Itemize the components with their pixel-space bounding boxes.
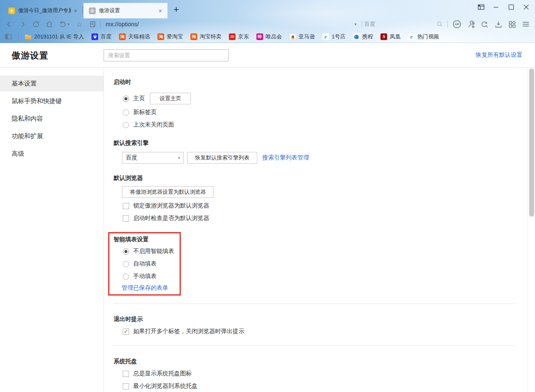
quick-access-grid-icon[interactable] (507, 19, 517, 29)
scrollbar-thumb[interactable] (529, 68, 534, 217)
sidebar-toggle-icon[interactable] (4, 32, 13, 42)
close-window-icon[interactable] (522, 3, 531, 12)
svg-text:ABP: ABP (454, 23, 459, 25)
radio-icon[interactable] (123, 122, 129, 128)
bookmark-hot-video[interactable]: e 热门视频 (408, 33, 439, 40)
page-scrollbar[interactable] (527, 68, 535, 392)
tab-maxthon-today[interactable]: 傲游今日_傲游用户专属的网 × (3, 3, 81, 18)
option-label: 主页 (133, 95, 145, 102)
tab-title: 傲游设置 (99, 7, 156, 14)
forward-icon[interactable] (18, 19, 28, 29)
set-default-browser-button[interactable]: 将傲游浏览器设置为默认浏览器 (122, 186, 214, 198)
reload-icon[interactable] (31, 19, 41, 29)
main-menu-icon[interactable] (521, 19, 531, 29)
section-title-search-engine: 默认搜索引擎 (114, 139, 528, 147)
checkbox-icon[interactable] (123, 203, 129, 209)
amazon-favicon: a (289, 33, 296, 40)
back-icon[interactable] (4, 19, 14, 29)
browser-window: 傲游今日_傲游用户专属的网 × 傲游设置 × + (0, 0, 535, 392)
quick-search-box[interactable]: ▾ 百度 (352, 19, 445, 29)
search-engine-caret-icon[interactable]: ▾ (352, 22, 359, 26)
bookmarks-bar: 20191101 从 IE 导入 百度 淘 天猫精选 淘 爱淘宝 淘 淘宝特卖 (0, 30, 535, 43)
bookmark-amazon[interactable]: a 亚马逊 (289, 33, 315, 40)
bookmark-aitaobao[interactable]: 淘 爱淘宝 (157, 33, 183, 40)
restore-engine-list-button[interactable]: 恢复默认搜索引擎列表 (187, 152, 257, 164)
radio-icon[interactable] (123, 109, 129, 116)
address-url[interactable]: mx://options/ (106, 21, 352, 28)
bookmark-baidu[interactable]: 百度 (91, 33, 112, 40)
lock-default-browser-option[interactable]: 锁定傲游浏览器为默认浏览器 (114, 200, 528, 212)
selected-engine: 百度 (126, 154, 178, 162)
adblock-abp-icon[interactable]: ABP (452, 19, 462, 29)
sidebar-item-privacy-content[interactable]: 隐私和内容 (0, 111, 104, 126)
tray-always-show-option[interactable]: 总是显示系统托盘图标 (114, 368, 528, 379)
minimize-icon[interactable] (492, 3, 501, 12)
ctrip-dolphin-favicon (353, 33, 360, 40)
manage-saved-forms-link[interactable]: 管理已保存的表单 (122, 284, 168, 292)
bookmark-label: 凤凰 (390, 33, 401, 40)
settings-search-input[interactable] (104, 49, 229, 61)
sidebar-item-basic-settings[interactable]: 基本设置 (0, 76, 104, 91)
bookmark-tmall[interactable]: 淘 天猫精选 (119, 33, 150, 40)
startup-option-restore-session[interactable]: 上次未关闭页面 (114, 119, 528, 131)
layout-panel-icon[interactable] (477, 3, 486, 12)
tab-close-icon[interactable]: × (73, 8, 79, 14)
checkbox-icon[interactable] (123, 215, 129, 222)
radio-selected-icon[interactable] (123, 96, 129, 102)
tab-maxthon-settings[interactable]: 傲游设置 × (84, 3, 167, 18)
sidebar-item-features-extensions[interactable]: 功能和扩展 (0, 128, 104, 144)
bookmark-folder-ie-import[interactable]: 20191101 从 IE 导入 (25, 33, 84, 40)
bookmark-label: 天猫精选 (128, 33, 150, 40)
favorites-star-icon[interactable]: ☆ (74, 19, 84, 29)
checkbox-icon[interactable] (123, 371, 129, 377)
download-icon[interactable] (493, 19, 503, 29)
search-engine-name[interactable]: 百度 (365, 20, 435, 28)
sidebar-item-advanced[interactable]: 高级 (0, 146, 104, 162)
check-default-on-start-option[interactable]: 启动时检查是否为默认浏览器 (114, 212, 528, 224)
option-label: 手动填表 (133, 273, 157, 280)
bookmark-label: 携程 (362, 33, 373, 40)
section-title-default-browser: 默认浏览器 (114, 174, 528, 182)
search-icon[interactable] (435, 19, 445, 29)
set-homepage-button[interactable]: 设置主页 (150, 93, 191, 104)
refresh-search-icon[interactable] (479, 19, 489, 29)
taobao-favicon: 淘 (157, 33, 164, 40)
radio-icon[interactable] (123, 261, 129, 267)
jd-favicon: JD (229, 33, 236, 40)
home-icon[interactable] (44, 19, 54, 29)
notes-icon[interactable] (88, 19, 98, 29)
bookmark-taobao-sale[interactable]: 淘 淘宝特卖 (190, 33, 221, 40)
radio-selected-icon[interactable] (123, 248, 129, 255)
checkbox-icon[interactable] (123, 383, 129, 389)
bookmark-jd[interactable]: JD 京东 (229, 33, 249, 40)
tab-close-icon[interactable]: × (157, 8, 163, 14)
exit-prompt-option[interactable]: ✓ 如果打开多个标签，关闭浏览器时弹出提示 (114, 326, 528, 337)
radio-icon[interactable] (123, 273, 129, 280)
bookmark-vip[interactable]: 特 唯品会 (256, 33, 282, 40)
select-caret-icon: ▾ (178, 156, 180, 160)
restore-all-defaults-link[interactable]: 恢复所有默认设置 (476, 51, 522, 59)
settings-sidebar: 基本设置 鼠标手势和快捷键 隐私和内容 功能和扩展 高级 (0, 68, 104, 392)
undo-close-icon[interactable] (58, 19, 71, 29)
bookmark-ifeng[interactable]: S 凤凰 (380, 33, 401, 40)
startup-option-homepage[interactable]: 主页 设置主页 (114, 93, 528, 104)
new-tab-button[interactable]: + (170, 4, 182, 15)
sidebar-item-mouse-gestures[interactable]: 鼠标手势和快捷键 (0, 93, 104, 109)
nav-separator (447, 21, 448, 28)
wrench-tools-icon[interactable] (466, 19, 476, 29)
option-label: 自动填表 (133, 260, 157, 268)
bookmark-yhd[interactable]: e 1号店 (322, 33, 345, 40)
option-label: 新标签页 (133, 109, 157, 116)
search-engine-select[interactable]: 百度 ▾ (122, 152, 184, 164)
section-divider (114, 303, 515, 304)
smart-fill-option-manual[interactable]: 手动填表 (114, 271, 528, 282)
smart-fill-option-disable[interactable]: 不启用智能填表 (114, 245, 528, 257)
nav-separator (100, 21, 101, 28)
startup-option-newtab[interactable]: 新标签页 (114, 106, 528, 118)
manage-engine-list-link[interactable]: 搜索引擎列表管理 (262, 154, 309, 162)
tray-minimize-option[interactable]: 最小化浏览器到系统托盘 (114, 380, 528, 392)
checkbox-checked-icon[interactable]: ✓ (123, 329, 129, 335)
bookmark-ctrip[interactable]: 携程 (353, 33, 373, 40)
smart-fill-option-auto[interactable]: 自动填表 (114, 258, 528, 270)
maximize-icon[interactable] (507, 3, 516, 12)
